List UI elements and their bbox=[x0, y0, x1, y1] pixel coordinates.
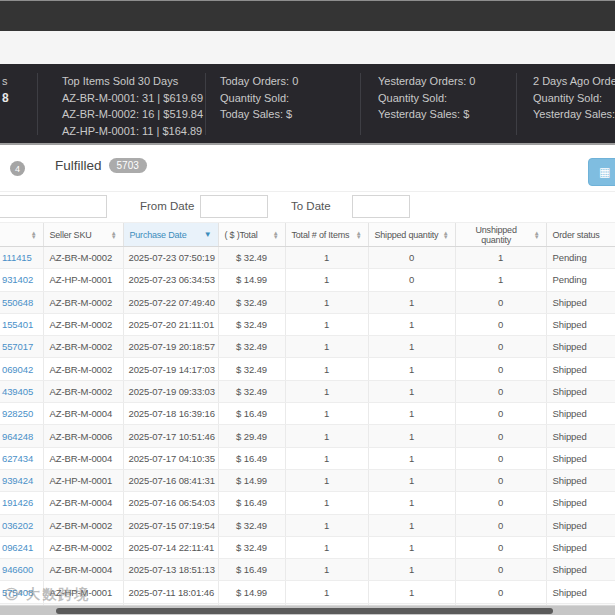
from-date-label: From Date bbox=[140, 200, 194, 212]
column-header-seller-sku[interactable]: Seller SKU▲▼ bbox=[43, 223, 123, 247]
export-button[interactable]: ▦ Export bbox=[588, 158, 615, 186]
order-id-link[interactable]: 928250 bbox=[2, 408, 33, 419]
order-status-cell: Shipped bbox=[546, 358, 615, 380]
order-id-cell: 096241 bbox=[0, 536, 43, 558]
order-id-link[interactable]: 096241 bbox=[2, 542, 33, 553]
search-input[interactable] bbox=[0, 195, 107, 218]
orders-table-head-row: ▲▼Seller SKU▲▼Purchase Date▼( $ )Total▲▼… bbox=[0, 223, 615, 247]
column-header-label: ( $ )Total bbox=[225, 230, 258, 240]
order-id-link[interactable]: 111415 bbox=[2, 252, 32, 263]
purchase-date-cell: 2025-07-17 10:51:46 bbox=[123, 425, 218, 447]
seller-sku-cell: AZ-HP-M-0001 bbox=[43, 269, 123, 291]
purchase-date-cell: 2025-07-19 09:33:03 bbox=[123, 380, 218, 402]
order-id-link[interactable]: 575408 bbox=[2, 587, 33, 598]
purchase-date-cell: 2025-07-17 04:10:35 bbox=[123, 447, 218, 469]
table-row: 550648AZ-BR-M-00022025-07-22 07:49:40$ 3… bbox=[0, 291, 615, 313]
shipped-qty-cell: 0 bbox=[368, 269, 455, 291]
order-id-link[interactable]: 931402 bbox=[2, 274, 33, 285]
unshipped-qty-cell: 0 bbox=[455, 581, 546, 603]
column-header--total[interactable]: ( $ )Total▲▼ bbox=[218, 223, 285, 247]
seller-sku-cell: AZ-BR-M-0004 bbox=[43, 403, 123, 425]
shipped-qty-cell: 1 bbox=[368, 380, 455, 402]
order-id-link[interactable]: 036202 bbox=[2, 520, 33, 531]
order-id-link[interactable]: 946600 bbox=[2, 564, 33, 575]
order-id-link[interactable]: 069042 bbox=[2, 364, 33, 375]
order-id-cell: 191426 bbox=[0, 492, 43, 514]
items-count-cell: 1 bbox=[285, 269, 368, 291]
order-status-cell: Shipped bbox=[546, 447, 615, 469]
stat-line: Today Orders: 0 bbox=[220, 73, 360, 90]
order-status-cell: Shipped bbox=[546, 380, 615, 402]
table-row: 964248AZ-BR-M-00062025-07-17 10:51:46$ 2… bbox=[0, 425, 615, 447]
orders-table: ▲▼Seller SKU▲▼Purchase Date▼( $ )Total▲▼… bbox=[0, 222, 615, 605]
column-header-label: Seller SKU bbox=[50, 230, 92, 240]
total-cell: $ 32.49 bbox=[218, 336, 285, 358]
column-header-total-of-items[interactable]: Total # of Items▲▼ bbox=[285, 223, 368, 247]
column-header-label: Shipped quantity bbox=[375, 230, 439, 240]
top-navbar bbox=[0, 1, 615, 31]
sort-icon: ▲▼ bbox=[356, 231, 362, 239]
seller-sku-cell: AZ-BR-M-0002 bbox=[43, 358, 123, 380]
unshipped-qty-cell: 0 bbox=[455, 469, 546, 491]
stat-column-partial: s 8 bbox=[2, 73, 9, 106]
tab-fulfilled[interactable]: Fulfilled 5703 bbox=[55, 158, 147, 173]
table-row: 155401AZ-BR-M-00022025-07-20 21:11:01$ 3… bbox=[0, 313, 615, 335]
total-cell: $ 29.49 bbox=[218, 425, 285, 447]
order-id-cell: 557017 bbox=[0, 336, 43, 358]
from-date-input[interactable] bbox=[200, 195, 268, 218]
shipped-qty-cell: 1 bbox=[368, 559, 455, 581]
column-header-label: Purchase Date bbox=[130, 230, 187, 240]
orders-table-body: 111415AZ-BR-M-00022025-07-23 07:50:19$ 3… bbox=[0, 247, 615, 606]
column-header-order-id[interactable]: ▲▼ bbox=[0, 223, 43, 247]
left-tab-count-badge[interactable]: 4 bbox=[10, 161, 25, 176]
order-id-link[interactable]: 557017 bbox=[2, 341, 33, 352]
table-row: 439405AZ-BR-M-00022025-07-19 09:33:03$ 3… bbox=[0, 380, 615, 402]
sort-icon: ▲▼ bbox=[273, 231, 279, 239]
items-count-cell: 1 bbox=[285, 536, 368, 558]
purchase-date-cell: 2025-07-22 07:49:40 bbox=[123, 291, 218, 313]
order-status-cell: Shipped bbox=[546, 514, 615, 536]
tabs-row: 4 Fulfilled 5703 ▦ Export bbox=[0, 145, 615, 192]
stat-line: Quantity Sold: bbox=[533, 90, 615, 107]
shipped-qty-cell: 1 bbox=[368, 581, 455, 603]
shipped-qty-cell: 1 bbox=[368, 403, 455, 425]
purchase-date-cell: 2025-07-20 21:11:01 bbox=[123, 313, 218, 335]
shipped-qty-cell: 1 bbox=[368, 492, 455, 514]
order-id-link[interactable]: 964248 bbox=[2, 431, 33, 442]
order-id-link[interactable]: 627434 bbox=[2, 453, 33, 464]
to-date-input[interactable] bbox=[352, 195, 410, 218]
unshipped-qty-cell: 1 bbox=[455, 247, 546, 269]
grid-table-icon: ▦ bbox=[599, 166, 610, 178]
purchase-date-cell: 2025-07-16 08:41:31 bbox=[123, 469, 218, 491]
order-id-link[interactable]: 439405 bbox=[2, 386, 33, 397]
order-status-cell: Shipped bbox=[546, 313, 615, 335]
sort-icon: ▲▼ bbox=[534, 231, 540, 239]
column-header-purchase-date[interactable]: Purchase Date▼ bbox=[123, 223, 218, 247]
items-count-cell: 1 bbox=[285, 559, 368, 581]
unshipped-qty-cell: 0 bbox=[455, 336, 546, 358]
order-id-cell: 931402 bbox=[0, 269, 43, 291]
order-id-cell: 550648 bbox=[0, 291, 43, 313]
order-id-link[interactable]: 550648 bbox=[2, 297, 33, 308]
order-status-cell: Pending bbox=[546, 269, 615, 291]
items-count-cell: 1 bbox=[285, 514, 368, 536]
table-row: 928250AZ-BR-M-00042025-07-18 16:39:16$ 1… bbox=[0, 403, 615, 425]
column-header-order-status[interactable]: Order status▲▼ bbox=[546, 223, 615, 247]
shipped-qty-cell: 1 bbox=[368, 313, 455, 335]
seller-sku-cell: AZ-BR-M-0002 bbox=[43, 536, 123, 558]
sort-icon: ▲▼ bbox=[31, 231, 37, 239]
total-cell: $ 14.99 bbox=[218, 269, 285, 291]
column-header-unshipped-quantity[interactable]: Unshipped quantity▲▼ bbox=[455, 223, 546, 247]
horizontal-scrollbar[interactable] bbox=[0, 605, 615, 615]
order-id-link[interactable]: 191426 bbox=[2, 497, 33, 508]
items-count-cell: 1 bbox=[285, 380, 368, 402]
total-cell: $ 32.49 bbox=[218, 536, 285, 558]
order-id-link[interactable]: 155401 bbox=[2, 319, 33, 330]
order-id-link[interactable]: 939424 bbox=[2, 475, 33, 486]
items-count-cell: 1 bbox=[285, 336, 368, 358]
order-id-cell: 575408 bbox=[0, 581, 43, 603]
total-cell: $ 16.49 bbox=[218, 492, 285, 514]
sort-icon: ▲▼ bbox=[111, 231, 117, 239]
column-header-shipped-quantity[interactable]: Shipped quantity▲▼ bbox=[368, 223, 455, 247]
horizontal-scrollbar-thumb[interactable] bbox=[56, 608, 553, 614]
